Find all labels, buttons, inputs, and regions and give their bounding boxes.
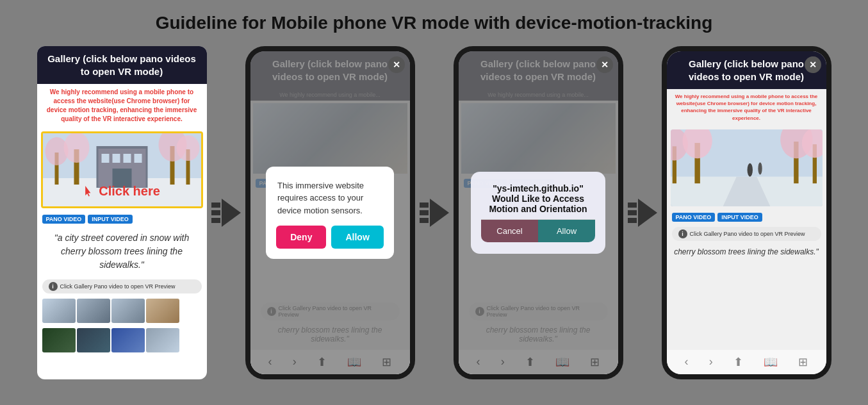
step2-close-btn[interactable]: ✕ [388,56,405,73]
step4-nav-share[interactable]: ⬆ [733,355,743,369]
thumbnail-3[interactable] [111,299,145,323]
thumbnail-8[interactable] [146,328,179,352]
svg-rect-12 [101,154,109,163]
step3-phone: ✕ Gallery (click below pano videos to op… [454,46,623,379]
step1-description: "a city street covered in snow with cher… [37,226,207,277]
step1-info-text: Click Gallery Pano video to open VR Prev… [60,283,176,290]
click-here-text: Click here [99,184,160,199]
step2-modal-title: This immersive website requires access t… [277,179,382,217]
svg-point-9 [176,135,199,161]
svg-rect-15 [134,154,142,163]
step1-pano-area[interactable]: Click here [41,131,203,208]
step4-tag1[interactable]: PANO VIDEO [672,213,716,222]
step4-scene-svg [671,129,823,206]
thumbnail-6[interactable] [77,328,110,352]
thumbnail-5[interactable] [42,328,76,352]
arrow-2 [415,199,454,227]
thumbnail-2[interactable] [77,299,110,323]
step2-phone: ✕ Gallery (click below pano videos to op… [245,46,415,379]
step3-modal: "ys-imtech.github.io" Would Like to Acce… [471,172,605,254]
svg-point-5 [63,133,89,163]
cursor-icon [83,186,95,197]
step1-thumbnails-row2 [37,326,207,355]
step4-bottom-nav: ‹ › ⬆ 📖 ⊞ [667,350,826,374]
step3-modal-buttons: Cancel Allow [481,220,595,242]
svg-rect-13 [112,154,120,163]
step4-tag2[interactable]: INPUT VIDEO [717,213,762,222]
step1-thumbnails [37,296,207,326]
step3-modal-title: "ys-imtech.github.io" Would Like to Acce… [481,183,595,214]
step1-tag1[interactable]: PANO VIDEO [42,215,86,224]
step4-pano[interactable] [671,129,823,206]
steps-container: Gallery (click below pano videos to open… [13,46,855,379]
step1-card: Gallery (click below pano videos to open… [37,46,207,379]
thumbnail-7[interactable] [111,328,145,352]
step2-modal: This immersive website requires access t… [266,167,394,260]
svg-point-28 [747,163,752,176]
step4-nav-tabs[interactable]: ⊞ [798,355,808,369]
step4-warning: We highly recommend using a mobile phone… [667,89,826,126]
step2-allow-button[interactable]: Allow [331,226,383,249]
step1-info-bar: i Click Gallery Pano video to open VR Pr… [42,279,202,293]
page-title: Guideline for Mobile phone VR mode with … [13,13,855,33]
step1-warning: We highly recommend using a mobile phone… [37,84,207,128]
step4-nav-forward[interactable]: › [709,355,713,369]
step4-nav-back[interactable]: ‹ [685,355,689,369]
step4-info-text: Click Gallery Pano video to open VR Prev… [690,231,805,237]
step3-allow-button[interactable]: Allow [538,220,595,242]
arrow-1 [207,199,245,227]
thumbnail-4[interactable] [146,299,179,323]
step4-inner: ✕ Gallery (click below pano videos to op… [667,51,826,374]
step4-info-bar: i Click Gallery Pano video to open VR Pr… [672,227,821,241]
step4-tags: PANO VIDEO INPUT VIDEO [667,210,826,224]
step1-info-icon: i [49,282,58,291]
step3-cancel-button[interactable]: Cancel [481,220,538,242]
step2-inner: ✕ Gallery (click below pano videos to op… [250,51,410,374]
step3-close-btn[interactable]: ✕ [596,56,613,73]
step2-deny-button[interactable]: Deny [276,226,326,249]
step1-click-here[interactable]: Click here [83,184,160,199]
step1-tag2[interactable]: INPUT VIDEO [88,215,133,224]
thumbnail-1[interactable] [42,299,76,323]
arrow-3 [623,199,662,227]
step4-gallery-header: Gallery (click below pano videos to open… [667,51,826,89]
svg-point-29 [758,162,762,174]
step4-phone: ✕ Gallery (click below pano videos to op… [662,46,831,379]
step1-tags: PANO VIDEO INPUT VIDEO [37,212,207,226]
step2-modal-buttons: Deny Allow [277,226,382,249]
step3-inner: ✕ Gallery (click below pano videos to op… [459,51,618,374]
step4-description: cherry blossom trees lining the sidewalk… [667,244,826,260]
step1-gallery-header: Gallery (click below pano videos to open… [37,46,207,84]
step4-info-icon: i [678,229,687,238]
step4-nav-book[interactable]: 📖 [764,355,778,369]
svg-rect-14 [123,154,131,163]
step4-close-btn[interactable]: ✕ [805,56,821,73]
step2-modal-overlay: This immersive website requires access t… [250,51,410,374]
step3-modal-overlay: "ys-imtech.github.io" Would Like to Acce… [459,51,618,374]
